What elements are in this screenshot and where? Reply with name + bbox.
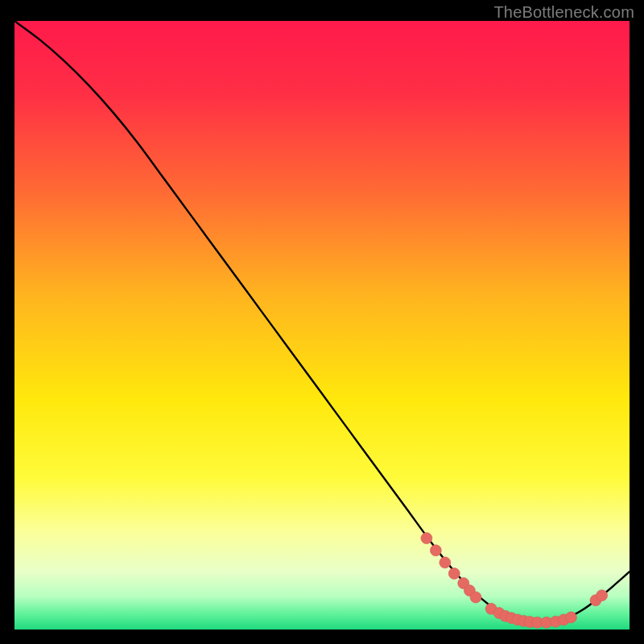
data-marker: [470, 592, 481, 603]
chart-frame: TheBottleneck.com: [0, 0, 644, 644]
data-marker: [448, 568, 460, 579]
data-marker: [440, 557, 451, 568]
gradient-background: [14, 21, 630, 630]
attribution-label: TheBottleneck.com: [493, 3, 634, 22]
data-marker: [565, 612, 576, 623]
data-marker: [597, 590, 608, 601]
plot-area: [14, 21, 630, 630]
data-marker: [430, 545, 441, 556]
data-marker: [421, 533, 432, 544]
chart-svg: [14, 21, 630, 630]
